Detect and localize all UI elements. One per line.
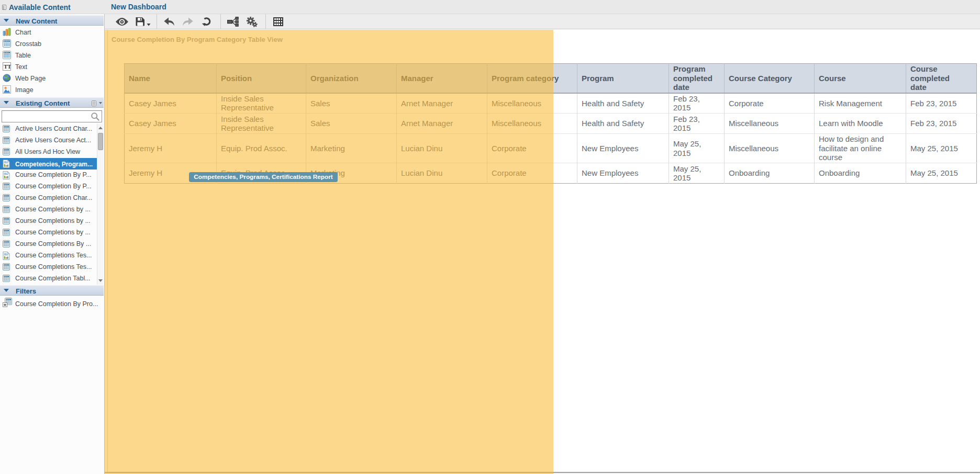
svg-text:TT: TT <box>4 64 11 70</box>
